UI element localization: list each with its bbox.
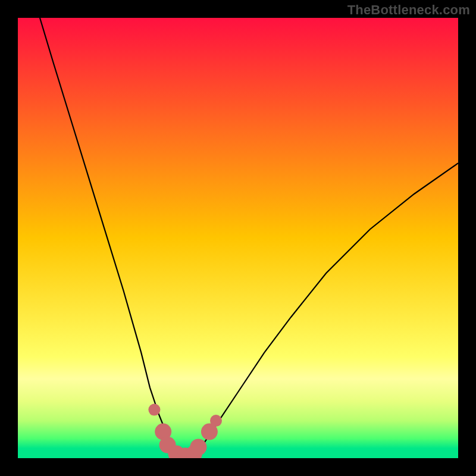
watermark-text: TheBottleneck.com (347, 2, 470, 18)
chart-svg (18, 18, 458, 458)
curve-marker (190, 439, 206, 456)
curve-marker (210, 415, 222, 427)
plot-area (18, 18, 458, 458)
chart-frame: TheBottleneck.com (0, 0, 476, 476)
curve-marker (148, 404, 160, 416)
